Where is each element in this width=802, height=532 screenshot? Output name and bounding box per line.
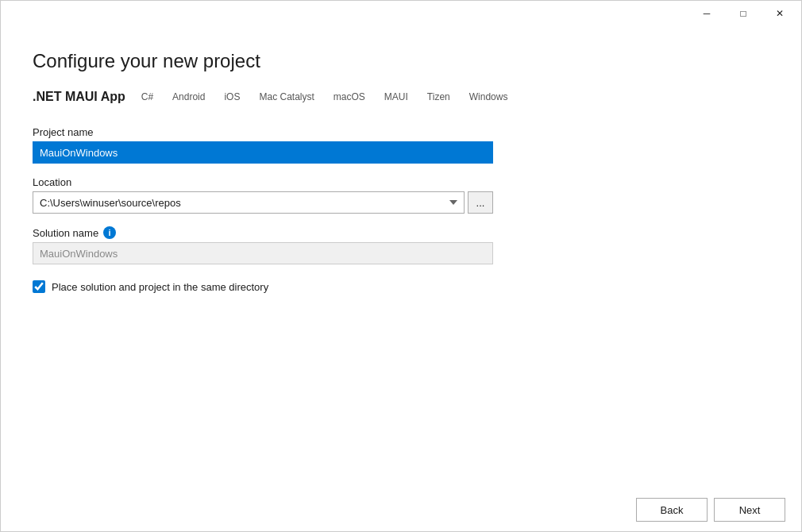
main-content: Configure your new project .NET MAUI App… bbox=[1, 26, 801, 488]
title-bar: ─ □ ✕ bbox=[1, 1, 801, 26]
next-button[interactable]: Next bbox=[714, 498, 785, 522]
location-dropdown[interactable]: C:\Users\winuser\source\repos bbox=[33, 191, 465, 214]
project-type-row: .NET MAUI App C# Android iOS Mac Catalys… bbox=[33, 90, 769, 104]
location-label: Location bbox=[33, 176, 493, 188]
solution-name-label: Solution name bbox=[33, 227, 98, 239]
page-title: Configure your new project bbox=[33, 50, 769, 72]
project-type-name: .NET MAUI App bbox=[33, 90, 125, 104]
solution-name-input[interactable] bbox=[33, 242, 493, 264]
location-group: Location C:\Users\winuser\source\repos .… bbox=[33, 176, 493, 214]
location-row: C:\Users\winuser\source\repos ... bbox=[33, 191, 493, 214]
tag-mac-catalyst: Mac Catalyst bbox=[256, 91, 317, 103]
tag-tizen: Tizen bbox=[424, 91, 453, 103]
form-section: Project name Location C:\Users\winuser\s… bbox=[33, 126, 493, 293]
same-directory-checkbox[interactable] bbox=[33, 280, 45, 293]
checkbox-row: Place solution and project in the same d… bbox=[33, 280, 493, 293]
solution-label-row: Solution name i bbox=[33, 226, 493, 239]
configure-project-window: ─ □ ✕ Configure your new project .NET MA… bbox=[0, 0, 802, 532]
tag-android: Android bbox=[169, 91, 208, 103]
minimize-button[interactable]: ─ bbox=[688, 1, 725, 26]
project-name-group: Project name bbox=[33, 126, 493, 164]
close-button[interactable]: ✕ bbox=[762, 1, 798, 26]
tag-windows: Windows bbox=[466, 91, 511, 103]
tag-macos: macOS bbox=[330, 91, 368, 103]
project-name-input[interactable] bbox=[33, 141, 493, 164]
tag-maui: MAUI bbox=[381, 91, 411, 103]
back-button[interactable]: Back bbox=[636, 498, 708, 522]
tag-csharp: C# bbox=[138, 91, 156, 103]
project-name-label: Project name bbox=[33, 126, 493, 138]
same-directory-label: Place solution and project in the same d… bbox=[52, 281, 268, 293]
maximize-button[interactable]: □ bbox=[725, 1, 762, 26]
tag-ios: iOS bbox=[221, 91, 243, 103]
solution-name-group: Solution name i bbox=[33, 226, 493, 264]
solution-info-icon[interactable]: i bbox=[103, 226, 116, 239]
browse-button[interactable]: ... bbox=[468, 191, 493, 214]
footer: Back Next bbox=[1, 488, 801, 531]
